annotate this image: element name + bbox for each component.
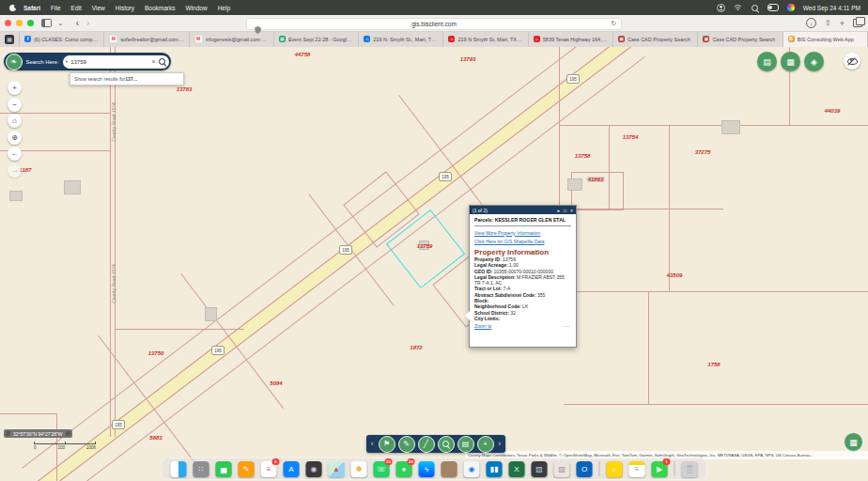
dock-app-notes[interactable]: ≡ xyxy=(629,461,645,477)
menu-item-file[interactable]: File xyxy=(51,5,60,11)
wifi-icon[interactable] xyxy=(734,4,742,12)
forward-button[interactable]: › xyxy=(86,18,89,28)
tab-1[interactable]: Msofiellirealtor@gmail.com - G... xyxy=(104,31,189,47)
tab-9[interactable]: BBIS Consulting Web App xyxy=(783,31,868,47)
dock-app-generic-brown-app[interactable] xyxy=(442,461,457,477)
tab-3[interactable]: ▦Event Sept 22-28 - Google Sh... xyxy=(274,31,359,47)
tab-6[interactable]: ⌂5839 Texas Highway 164, Lind... xyxy=(529,31,613,47)
apple-menu-icon[interactable] xyxy=(9,5,16,11)
downloads-icon[interactable]: ↓ xyxy=(806,18,816,28)
menubar-clock[interactable]: Wed Sep 24 4:11 PM xyxy=(803,5,860,11)
close-window-button[interactable] xyxy=(5,20,11,26)
map-search-bar: ❧ Search Here: ▾ 13759 × xyxy=(4,53,171,70)
search-submit-icon[interactable] xyxy=(159,58,165,66)
close-icon[interactable]: × xyxy=(570,208,573,213)
bookmark-icon[interactable]: ⚑ xyxy=(379,436,395,453)
search-icon[interactable] xyxy=(751,4,759,12)
back-button[interactable]: ‹ xyxy=(76,18,79,28)
input-switch-icon[interactable] xyxy=(767,4,779,11)
layer-visibility-button[interactable] xyxy=(844,53,860,70)
color-profile-icon[interactable] xyxy=(787,4,795,11)
reports-icon[interactable]: ▤ xyxy=(457,436,474,453)
tab-2[interactable]: Minfogenesis@gmail.com - Gmail xyxy=(190,31,274,47)
apps-grid-icon[interactable]: ▦ xyxy=(781,52,800,71)
pinned-tab[interactable]: ▦ xyxy=(0,31,20,47)
zoom-window-button[interactable] xyxy=(27,20,34,26)
dock-app-numbers[interactable]: ▅ xyxy=(216,461,232,477)
parcel-search-icon[interactable] xyxy=(438,436,455,453)
share-icon[interactable]: ⇧ xyxy=(825,19,831,27)
toolbar-prev-icon[interactable]: ‹ xyxy=(371,440,374,448)
reload-icon[interactable]: ↻ xyxy=(611,20,616,27)
search-suggestion-item[interactable]: Show search results for 137... xyxy=(70,72,184,85)
sidebar-toggle-icon[interactable] xyxy=(41,19,52,27)
menu-item-window[interactable]: Window xyxy=(186,5,208,11)
zoom-in-button[interactable]: + xyxy=(8,81,22,95)
home-button[interactable]: ⌂ xyxy=(8,114,22,128)
clear-search-icon[interactable]: × xyxy=(151,58,155,65)
menu-item-help[interactable]: Help xyxy=(218,5,230,11)
dock-popup-icon[interactable]: □ xyxy=(564,208,566,213)
zoom-out-button[interactable]: − xyxy=(8,98,22,112)
dock-app-trash[interactable]: ▒ xyxy=(682,461,698,477)
dock-app-photos[interactable]: ✽ xyxy=(351,461,367,477)
print-icon[interactable]: ▤ xyxy=(757,52,777,71)
tab-0[interactable]: f(6) CLASES: Como comprar un... xyxy=(20,31,104,47)
more-info-link[interactable]: View More Property Information xyxy=(474,230,571,236)
dock-app-facetime[interactable]: ▶1 xyxy=(652,461,668,477)
menu-item-history[interactable]: History xyxy=(116,5,134,11)
popup-header[interactable]: (1 of 2) ▸ □ × xyxy=(470,206,576,214)
chevron-down-icon[interactable]: ⌄ xyxy=(57,19,64,27)
dock-app-preview-dark[interactable]: ▨ xyxy=(532,461,548,477)
search-input[interactable]: ▾ 13759 × xyxy=(63,55,169,69)
toolbar-next-icon[interactable]: › xyxy=(499,440,502,448)
address-bar[interactable]: gis.bisclient.com ↻ xyxy=(246,18,622,30)
shapefile-link[interactable]: Click Here for GIS Shapefile Data xyxy=(474,239,571,244)
tab-overview-icon[interactable] xyxy=(853,19,862,27)
dock-app-messages[interactable]: ●28 xyxy=(396,461,412,477)
attribute-table-button[interactable]: ▦ xyxy=(844,432,863,452)
menu-item-bookmarks[interactable]: Bookmarks xyxy=(145,5,176,11)
dock-app-whatsapp[interactable]: ☏10 xyxy=(374,461,390,477)
tab-5[interactable]: ⌂219 N Smyth St, Mart, TX 766... xyxy=(443,31,528,47)
next-feature-icon[interactable]: ▸ xyxy=(558,208,561,213)
dock-app-safari[interactable]: ◉ xyxy=(464,461,480,477)
map-canvas[interactable]: ❧ Search Here: ▾ 13759 × Show search res… xyxy=(0,47,868,481)
coords-left-button[interactable] xyxy=(6,431,10,436)
dock-app-finder[interactable] xyxy=(171,461,187,477)
measure-icon[interactable]: ╱ xyxy=(418,436,435,453)
dock-app-gallery-app[interactable]: ▧ xyxy=(554,461,570,477)
draw-icon[interactable]: ✎ xyxy=(398,436,415,453)
zoom-to-link[interactable]: Zoom to xyxy=(474,323,491,329)
minimize-window-button[interactable] xyxy=(16,20,23,26)
dock-app-pages[interactable]: ✎ xyxy=(239,461,255,477)
menu-item-view[interactable]: View xyxy=(92,5,105,11)
tab-8[interactable]: ▣Cass CAD Property Search xyxy=(698,31,783,47)
popup-more-icon[interactable]: ··· xyxy=(564,323,571,329)
dock-app-messenger[interactable]: ϟ xyxy=(419,461,435,477)
tab-7[interactable]: ▣Cass CAD Property Search xyxy=(613,31,698,47)
new-tab-button[interactable]: + xyxy=(840,19,845,28)
tab-4[interactable]: ⌂219 N. Smyth St., Mart, TX - G... xyxy=(359,31,443,47)
privacy-shield-icon[interactable] xyxy=(255,21,261,38)
dock-app-maps[interactable]: ▲ xyxy=(329,461,345,477)
coords-right-button[interactable] xyxy=(66,431,70,436)
next-extent-button[interactable]: → xyxy=(8,163,22,178)
menu-app-name[interactable]: Safari xyxy=(23,5,40,11)
dock-app-excel[interactable]: X xyxy=(509,461,525,477)
add-data-icon[interactable]: + xyxy=(477,436,494,453)
dock-app-reminders[interactable]: ≡6 xyxy=(261,461,277,477)
user-icon[interactable] xyxy=(717,4,725,12)
dock-app-outlook[interactable]: O xyxy=(577,461,593,477)
previous-extent-button[interactable]: ← xyxy=(8,147,22,161)
menu-item-edit[interactable]: Edit xyxy=(71,5,82,11)
search-type-caret-icon[interactable]: ▾ xyxy=(66,59,68,64)
basemap-icon[interactable]: ◈ xyxy=(804,52,824,71)
dock-app-settings-dark[interactable]: ◉ xyxy=(306,461,322,477)
dock-app-launchpad[interactable]: ∷ xyxy=(194,461,209,477)
dock-app-tips[interactable]: ☼ xyxy=(607,461,623,477)
dock-app-trello[interactable]: ▮▮ xyxy=(487,461,503,477)
popup-section-heading: Property Information xyxy=(474,248,571,256)
dock-app-app-store[interactable]: A xyxy=(284,461,300,477)
locate-button[interactable]: ⊕ xyxy=(8,131,22,145)
